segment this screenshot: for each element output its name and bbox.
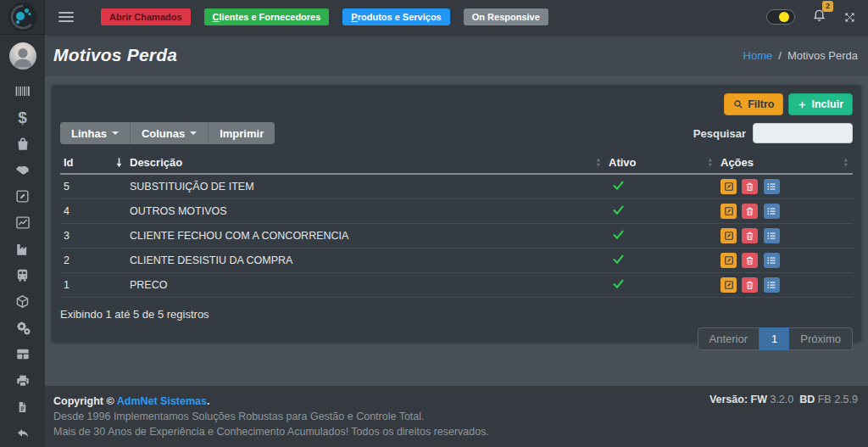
check-icon bbox=[612, 254, 625, 265]
table-header-row: Id Descrição bbox=[60, 153, 853, 174]
cell-descricao: SUBSTITUIÇÃO DE ITEM bbox=[126, 174, 605, 199]
cogs-icon[interactable] bbox=[14, 320, 32, 336]
add-button-label: Incluir bbox=[811, 98, 843, 110]
chevron-down-icon bbox=[190, 131, 197, 135]
filter-button[interactable]: Filtro bbox=[724, 93, 783, 115]
cell-id: 1 bbox=[60, 273, 126, 298]
edit-button[interactable] bbox=[721, 277, 737, 293]
brand-logo[interactable] bbox=[0, 0, 45, 34]
cell-acoes bbox=[717, 273, 853, 298]
cell-descricao: CLIENTE DESISTIU DA COMPRA bbox=[126, 249, 605, 273]
edit-icon[interactable] bbox=[14, 188, 32, 204]
delete-button[interactable] bbox=[742, 228, 758, 243]
column-header-descricao[interactable]: Descrição bbox=[126, 153, 605, 174]
bus-icon[interactable] bbox=[14, 267, 32, 283]
user-avatar[interactable] bbox=[9, 42, 36, 70]
cell-ativo bbox=[605, 273, 717, 298]
table-toolbar: Linhas Colunas Imprimir Pesquisar bbox=[60, 122, 853, 144]
add-button[interactable]: Incluir bbox=[788, 93, 853, 115]
details-button[interactable] bbox=[764, 179, 780, 194]
breadcrumb: Home / Motivos Perda bbox=[743, 49, 858, 62]
clientes-fornecedores-button[interactable]: Clientes e Fornecedores bbox=[204, 8, 330, 25]
hamburger-menu-icon[interactable] bbox=[58, 12, 74, 22]
shopping-bag-icon[interactable] bbox=[14, 136, 32, 152]
table-icon[interactable] bbox=[14, 346, 32, 362]
rows-dropdown-button[interactable]: Linhas bbox=[60, 122, 131, 144]
breadcrumb-separator: / bbox=[778, 49, 782, 62]
breadcrumb-current: Motivos Perda bbox=[787, 49, 858, 62]
column-header-ativo[interactable]: Ativo bbox=[605, 153, 717, 174]
edit-button[interactable] bbox=[721, 204, 737, 219]
columns-dropdown-button[interactable]: Colunas bbox=[131, 122, 209, 144]
abrir-chamados-button[interactable]: Abrir Chamados bbox=[101, 8, 191, 25]
version-label: Versão: bbox=[709, 394, 751, 405]
notification-count-badge: 2 bbox=[822, 1, 833, 12]
rows-dropdown-label: Linhas bbox=[71, 127, 107, 140]
delete-button[interactable] bbox=[742, 277, 758, 293]
edit-button[interactable] bbox=[721, 228, 737, 243]
cell-ativo bbox=[605, 174, 717, 199]
search-label: Pesquisar bbox=[693, 127, 746, 140]
cell-acoes bbox=[717, 174, 853, 199]
notifications-bell-icon[interactable]: 2 bbox=[812, 8, 826, 26]
print-button[interactable]: Imprimir bbox=[209, 122, 275, 144]
records-table: Id Descrição bbox=[60, 153, 853, 298]
details-button[interactable] bbox=[764, 204, 780, 219]
handshake-icon[interactable] bbox=[14, 162, 32, 178]
produtos-servicos-button[interactable]: Produtos e Serviços bbox=[342, 8, 449, 25]
records-summary: Exibindo 1 até 5 de 5 registros bbox=[60, 308, 853, 321]
pagination: Anterior 1 Próximo bbox=[698, 327, 853, 350]
search-input[interactable] bbox=[753, 123, 853, 143]
columns-dropdown-label: Colunas bbox=[142, 127, 185, 140]
main-area: Abrir Chamados Clientes e Fornecedores P… bbox=[45, 0, 868, 447]
pagination-next-button[interactable]: Próximo bbox=[789, 327, 853, 350]
check-icon bbox=[612, 229, 625, 240]
data-card: Filtro Incluir Linhas Colunas bbox=[52, 85, 861, 342]
table-controls-group: Linhas Colunas Imprimir bbox=[60, 122, 275, 144]
footer-version: Versão: FW 3.2.0 BD FB 2.5.9 bbox=[709, 394, 858, 447]
cell-id: 3 bbox=[60, 224, 126, 249]
fullscreen-icon[interactable] bbox=[843, 11, 856, 24]
toggle-knob-icon bbox=[779, 12, 789, 22]
reply-icon[interactable] bbox=[14, 425, 32, 441]
box-icon[interactable] bbox=[14, 293, 32, 310]
cell-ativo bbox=[605, 249, 717, 273]
delete-button[interactable] bbox=[742, 204, 758, 219]
file-icon[interactable] bbox=[14, 399, 32, 415]
app-window: $ bbox=[0, 0, 868, 447]
industry-icon[interactable] bbox=[14, 241, 32, 257]
admnet-link[interactable]: AdmNet Sistemas bbox=[117, 395, 207, 407]
chart-line-icon[interactable] bbox=[14, 215, 32, 231]
edit-button[interactable] bbox=[721, 179, 737, 194]
column-header-id[interactable]: Id bbox=[60, 153, 126, 174]
cell-id: 5 bbox=[60, 174, 126, 199]
details-button[interactable] bbox=[764, 253, 780, 268]
check-icon bbox=[612, 180, 625, 191]
chevron-down-icon bbox=[112, 131, 119, 135]
fw-label: FW bbox=[751, 394, 767, 405]
content-header: Motivos Perda Home / Motivos Perda bbox=[45, 34, 868, 76]
delete-button[interactable] bbox=[742, 253, 758, 268]
dollar-sign-icon[interactable]: $ bbox=[14, 109, 32, 126]
pagination-previous-button[interactable]: Anterior bbox=[698, 327, 760, 350]
printer-icon[interactable] bbox=[14, 372, 32, 388]
details-button[interactable] bbox=[764, 277, 780, 293]
sort-icon bbox=[594, 157, 602, 168]
details-button[interactable] bbox=[764, 228, 780, 243]
cell-acoes bbox=[717, 199, 853, 224]
breadcrumb-home-link[interactable]: Home bbox=[743, 49, 773, 62]
logo-icon bbox=[8, 3, 37, 31]
pagination-page-1-button[interactable]: 1 bbox=[760, 327, 789, 350]
sort-desc-icon bbox=[115, 157, 123, 168]
edit-button[interactable] bbox=[721, 253, 737, 268]
card-action-row: Filtro Incluir bbox=[60, 93, 853, 115]
cell-id: 4 bbox=[60, 199, 126, 224]
cell-descricao: CLIENTE FECHOU COM A CONCORRENCIA bbox=[126, 224, 605, 249]
theme-toggle[interactable] bbox=[766, 9, 795, 25]
column-header-acoes[interactable]: Ações bbox=[717, 153, 853, 174]
barcode-icon[interactable] bbox=[14, 83, 32, 99]
filter-button-label: Filtro bbox=[748, 98, 774, 110]
table-row: 2 CLIENTE DESISTIU DA COMPRA bbox=[60, 249, 853, 273]
on-responsive-button[interactable]: On Responsive bbox=[464, 8, 548, 25]
delete-button[interactable] bbox=[742, 179, 758, 194]
